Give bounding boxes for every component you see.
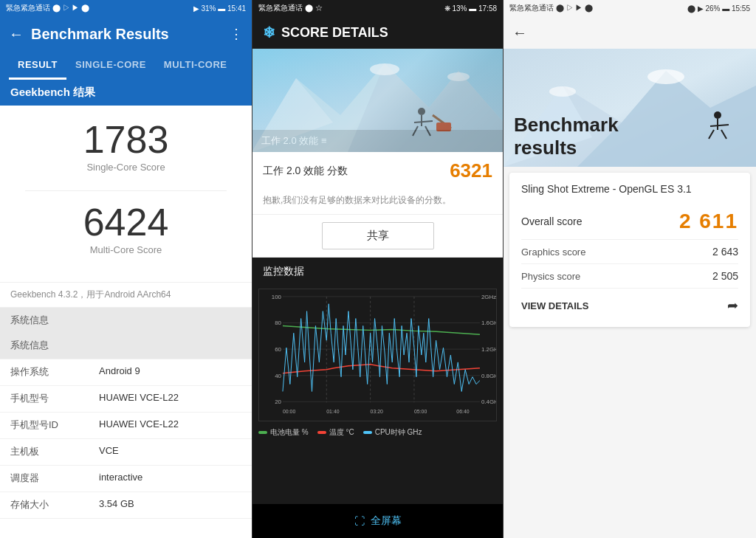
status-right-1: ▶ 31% ▬ 15:41 xyxy=(193,4,246,13)
info-key-modelid: 手机型号ID xyxy=(0,413,89,438)
share-icon-3[interactable]: ➦ xyxy=(727,297,738,314)
tab-result[interactable]: RESULT xyxy=(9,52,66,80)
svg-point-4 xyxy=(370,63,399,75)
info-row-modelid: 手机型号ID HUAWEI VCE-L22 xyxy=(0,413,252,439)
no-data-text: 抱歉,我们没有足够的数据来对比此设备的分数。 xyxy=(252,190,503,215)
chart-legend: 电池电量 % 温度 °C CPU时钟 GHz xyxy=(258,424,497,441)
temp-legend-dot xyxy=(317,431,326,434)
status-bar-1: 緊急紧急通话 ⬤ ▷ ▶ ⬤ ▶ 31% ▬ 15:41 xyxy=(0,0,252,16)
battery-legend-label: 电池电量 % xyxy=(270,427,309,438)
multi-core-score: 6424 xyxy=(83,203,169,241)
status-right-3: ⬤ ▶ 26% ▬ 15:55 xyxy=(687,4,750,13)
info-key-sysinfo: 系统信息 xyxy=(0,333,89,359)
overall-score-row: Overall score 2 611 xyxy=(521,204,738,240)
multi-core-label: Multi-Core Score xyxy=(90,244,162,255)
chart-svg: 100 80 60 40 20 2GHz 1.6GHz 1.2GHz 0.8GH… xyxy=(259,289,496,421)
status-bar-3: 緊急紧急通话 ⬤ ▷ ▶ ⬤ ⬤ ▶ 26% ▬ 15:55 xyxy=(504,0,756,16)
svg-text:1.6GHz: 1.6GHz xyxy=(481,320,496,326)
cpu-legend-label: CPU时钟 GHz xyxy=(375,427,422,438)
tab-multi-core[interactable]: MULTI-CORE xyxy=(155,52,236,80)
info-val-model: HUAWEI VCE-L22 xyxy=(89,386,252,412)
geekbench-panel: 緊急紧急通话 ⬤ ▷ ▶ ⬤ ▶ 31% ▬ 15:41 ← Benchmark… xyxy=(0,0,252,538)
info-val-scheduler: interactive xyxy=(89,466,252,492)
toolbar-3: ← xyxy=(504,16,756,49)
svg-text:05:00: 05:00 xyxy=(414,409,427,414)
share-button[interactable]: 共享 xyxy=(322,222,434,249)
info-row-scheduler: 调度器 interactive xyxy=(0,466,252,492)
page-title-1: Benchmark Results xyxy=(31,26,230,43)
back-button-1[interactable]: ← xyxy=(9,26,24,43)
info-row-storage: 存储大小 3.54 GB xyxy=(0,492,252,519)
chart-area: 100 80 60 40 20 2GHz 1.6GHz 1.2GHz 0.8GH… xyxy=(258,289,497,421)
physics-label: Physics score xyxy=(521,271,580,282)
svg-point-5 xyxy=(447,72,470,81)
svg-point-6 xyxy=(418,108,425,115)
fullscreen-label: 全屏幕 xyxy=(371,514,402,528)
temp-legend-label: 温度 °C xyxy=(329,427,354,438)
status-left-2: 緊急紧急通话 ⬤ ☆ xyxy=(258,3,323,13)
snowflake-icon: ❄ xyxy=(263,24,275,41)
fullscreen-button[interactable]: ⛶ 全屏幕 xyxy=(252,504,503,538)
info-key-scheduler: 调度器 xyxy=(0,466,89,492)
score-details-header: ❄ SCORE DETAILS xyxy=(252,16,503,49)
status-left-3: 緊急紧急通话 ⬤ ▷ ▶ ⬤ xyxy=(509,3,593,13)
single-core-label: Single-Core Score xyxy=(86,162,165,173)
score-label-2: 工作 2.0 效能 分数 xyxy=(263,165,450,178)
score-value-2: 6321 xyxy=(450,159,492,182)
svg-point-42 xyxy=(714,111,721,119)
info-row-sysinfo: 系统信息 xyxy=(0,333,252,359)
svg-text:06:40: 06:40 xyxy=(456,409,469,414)
info-key-model: 手机型号 xyxy=(0,386,89,412)
graphics-label: Graphics score xyxy=(521,246,585,258)
legend-temp: 温度 °C xyxy=(317,427,354,438)
svg-text:60: 60 xyxy=(275,346,281,353)
info-key-board: 主机板 xyxy=(0,439,89,465)
hero-image-2: 工作 2.0 效能 ≡ xyxy=(252,49,503,152)
svg-text:2GHz: 2GHz xyxy=(481,294,496,300)
legend-cpu: CPU时钟 GHz xyxy=(363,427,422,438)
tab-bar-1: RESULT SINGLE-CORE MULTI-CORE xyxy=(0,52,252,80)
results-card: Sling Shot Extreme - OpenGL ES 3.1 Overa… xyxy=(509,173,750,327)
svg-point-41 xyxy=(549,86,576,97)
graphics-row: Graphics score 2 643 xyxy=(521,240,738,264)
physics-value: 2 505 xyxy=(712,270,738,282)
svg-text:0.8GHz: 0.8GHz xyxy=(481,373,496,379)
version-text: Geekbench 4.3.2，用于Android AArch64 xyxy=(0,283,252,308)
info-row-os: 操作系统 Android 9 xyxy=(0,359,252,386)
info-val-storage: 3.54 GB xyxy=(89,492,252,518)
info-val-sysinfo xyxy=(89,333,252,359)
info-row-board: 主机板 VCE xyxy=(0,439,252,466)
info-val-os: Android 9 xyxy=(89,359,252,385)
svg-text:00:00: 00:00 xyxy=(283,409,295,414)
svg-text:20: 20 xyxy=(275,399,281,405)
svg-text:40: 40 xyxy=(275,373,281,379)
geekbench-section-header: Geekbench 结果 xyxy=(0,80,252,106)
back-button-3[interactable]: ← xyxy=(512,24,527,41)
single-core-score: 1783 xyxy=(83,120,169,159)
info-key-storage: 存储大小 xyxy=(0,492,89,518)
tab-single-core[interactable]: SINGLE-CORE xyxy=(66,52,155,80)
toolbar-1: ← Benchmark Results ⋮ xyxy=(0,16,252,52)
info-key-os: 操作系统 xyxy=(0,359,89,385)
svg-text:0.4GHz: 0.4GHz xyxy=(481,399,496,405)
more-button-1[interactable]: ⋮ xyxy=(230,26,243,42)
hero3-title: Benchmark results xyxy=(514,114,619,159)
status-left-1: 緊急紧急通话 ⬤ ▷ ▶ ⬤ xyxy=(6,3,89,13)
fullscreen-icon: ⛶ xyxy=(354,515,365,527)
view-details-label[interactable]: VIEW DETAILS xyxy=(521,300,588,311)
svg-text:01:40: 01:40 xyxy=(326,409,339,414)
battery-legend-dot xyxy=(258,431,267,434)
status-right-2: ❋ 13% ▬ 17:58 xyxy=(444,4,497,13)
cpu-legend-dot xyxy=(363,431,372,434)
3dmark-panel: 緊急紧急通话 ⬤ ▷ ▶ ⬤ ⬤ ▶ 26% ▬ 15:55 ← xyxy=(504,0,756,538)
legend-battery: 电池电量 % xyxy=(258,427,309,438)
chart-container: 100 80 60 40 20 2GHz 1.6GHz 1.2GHz 0.8GH… xyxy=(252,283,503,504)
system-info-header: 系统信息 xyxy=(0,308,252,333)
view-details-row: VIEW DETAILS ➦ xyxy=(521,289,738,317)
hero-image-3: Benchmark results xyxy=(504,49,756,167)
graphics-value: 2 643 xyxy=(712,246,738,258)
status-bar-2: 緊急紧急通话 ⬤ ☆ ❋ 13% ▬ 17:58 xyxy=(252,0,503,16)
score-details-panel: 緊急紧急通话 ⬤ ☆ ❋ 13% ▬ 17:58 ❄ SCORE DETAILS xyxy=(252,0,504,538)
score-row-2: 工作 2.0 效能 分数 6321 xyxy=(252,152,503,190)
monitor-title: 监控数据 xyxy=(252,261,503,283)
